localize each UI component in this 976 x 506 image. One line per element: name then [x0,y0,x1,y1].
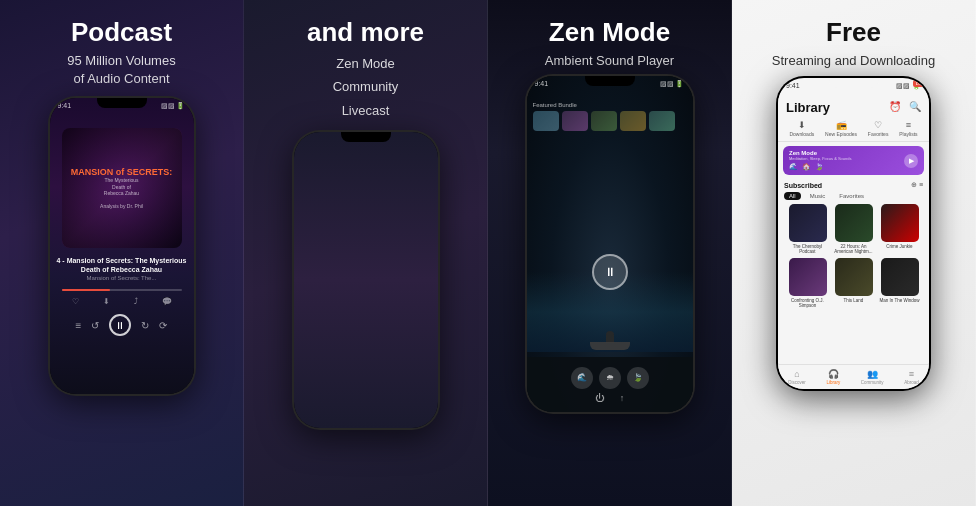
zen-banner-info: Zen Mode Meditation, Sleep, Focus & Soun… [789,150,851,171]
phone-notch-1 [97,98,147,108]
panel-podcast-subtitle: 95 Million Volumesof Audio Content [67,52,175,88]
nav-library-label: Library [826,380,840,385]
phone-notch-3 [585,76,635,86]
podcast-thumb-22hours [835,204,873,242]
status-icons-3: ▨▨ 🔋 [660,80,685,88]
filter-tabs: All Music Favorites [784,192,923,200]
pause-button-1[interactable]: ⏸ [109,314,131,336]
zen-arrow-icon: ↑ [620,393,625,403]
download-icon-lib: ⬇ [798,120,806,130]
nav-abroad-icon: ≡ [909,369,914,379]
phone-mockup-4: 9:41 ▨▨ 🔋 Library ⏰ 🔍 ⬇ Downloads 📻 New … [776,76,931,391]
album-art-1: MANSION of SECRETS: The MysteriousDeath … [62,128,182,248]
panel-more: and more Zen ModeCommunityLivecast [244,0,488,506]
zen-dot-2[interactable]: 🌧 [599,367,621,389]
zen-icon-2: 🏠 [802,163,811,171]
speed-icon: ⟳ [159,320,167,331]
zen-dots: 🌊 🌧 🍃 [571,367,649,389]
podcast-name-3: Crime Junkie [886,244,912,249]
podcast-name-2: 22 Hours: An American Nightm... [832,244,875,255]
nav-discover-label: Discover [788,380,806,385]
playback-controls-1: ≡ ↺ ⏸ ↻ ⟳ [76,314,168,336]
status-time-4: 9:41 [786,82,800,90]
podcast-item-1[interactable]: The Chernobyl Podcast [786,204,829,255]
tab-all[interactable]: All [784,192,801,200]
zen-thumb-row [533,111,687,131]
podcast-name-6: Man In The Window [880,298,920,303]
tab-music[interactable]: Music [805,192,831,200]
podcast-grid: The Chernobyl Podcast 22 Hours: An Ameri… [784,204,923,309]
zen-mode-banner[interactable]: Zen Mode Meditation, Sleep, Focus & Soun… [783,146,924,175]
zen-thumb-5 [649,111,675,131]
library-header: Library ⏰ 🔍 [778,90,929,116]
panel-free-subtitle: Streaming and Downloading [772,52,935,70]
zen-thumb-2 [562,111,588,131]
quick-downloads[interactable]: ⬇ Downloads [789,120,814,137]
nav-community[interactable]: 👥 Community [861,369,884,385]
download-label: Downloads [789,131,814,137]
zen-thumb-3 [591,111,617,131]
subscribed-icons: ⊕ ≡ [911,181,923,189]
zen-pause-button[interactable]: ⏸ [592,254,628,290]
download-icon: ⬇ [103,297,110,306]
tab-favorites[interactable]: Favorites [834,192,869,200]
quick-episodes[interactable]: 📻 New Episodes [825,120,857,137]
list-icon: ≡ [76,320,82,331]
status-icons-1: ▨▨ 🔋 [161,102,186,110]
status-time-1: 9:41 [58,102,72,110]
zen-featured-row: Featured Bundle [527,102,693,131]
bottom-nav: ⌂ Discover 🎧 Library 👥 Community ≡ Abroa… [778,364,929,389]
phone-notch-4 [829,78,879,88]
podcast-name-5: This Land [844,298,864,303]
nav-community-icon: 👥 [867,369,878,379]
zen-icon-3: 🍃 [815,163,824,171]
zen-power-icon: ⏻ [595,393,604,403]
episodes-icon: 📻 [836,120,847,130]
nav-discover[interactable]: ⌂ Discover [788,369,806,385]
playlists-label: Playlists [899,131,917,137]
zen-mode-sub: Meditation, Sleep, Focus & Sounds [789,156,851,161]
panel-more-subtitle: Zen ModeCommunityLivecast [333,52,399,122]
zen-dot-1[interactable]: 🌊 [571,367,593,389]
action-icons-1: ♡ ⬇ ⤴ 💬 [50,297,194,306]
quick-playlists[interactable]: ≡ Playlists [899,120,917,137]
panel-zen-title: Zen Mode [549,18,670,48]
zen-bottom-icons: ⏻ ↑ [595,393,625,403]
panel-zen: Zen Mode Ambient Sound Player 9:41 ▨▨ 🔋 … [488,0,732,506]
track-title-1: 4 - Mansion of Secrets: The Mysterious D… [56,256,188,274]
subscribed-header: Subscribed ⊕ ≡ [784,181,923,189]
track-artist-1: Mansion of Secrets: The... [56,275,188,281]
heart-icon: ♡ [72,297,79,306]
search-icon-lib[interactable]: 🔍 [909,101,921,112]
zen-dot-3[interactable]: 🍃 [627,367,649,389]
quick-favorites[interactable]: ♡ Favorites [868,120,889,137]
podcast-item-6[interactable]: Live Man In The Window [878,258,921,309]
nav-abroad[interactable]: ≡ Abroad [904,369,919,385]
zen-icon-1: 🌊 [789,163,798,171]
playlists-icon: ≡ [906,120,911,130]
library-quick-icons: ⬇ Downloads 📻 New Episodes ♡ Favorites ≡… [778,116,929,142]
rewind-icon: ↺ [91,320,99,331]
podcast-thumb-chernobyl [789,204,827,242]
favorites-label: Favorites [868,131,889,137]
podcast-item-4[interactable]: Confronting O.J. Simpson [786,258,829,309]
nav-library[interactable]: 🎧 Library [826,369,840,385]
podcast-item-2[interactable]: 22 Hours: An American Nightm... [832,204,875,255]
podcast-item-3[interactable]: Crime Junkie [878,204,921,255]
share-icon: ⤴ [134,297,138,306]
episodes-label: New Episodes [825,131,857,137]
zen-banner-icons: 🌊 🏠 🍃 [789,163,851,171]
album-subtitle: The MysteriousDeath ofRebecca ZahauAnaly… [96,177,147,210]
podcast-thumb-thisland [835,258,873,296]
phone-mockup-3: 9:41 ▨▨ 🔋 Featured Bundle [525,74,695,414]
panel-free-title: Free [826,18,881,48]
subscribed-section: Subscribed ⊕ ≡ All Music Favorites The C… [778,179,929,311]
podcast-name-1: The Chernobyl Podcast [786,244,829,255]
panel-podcast-title: Podcast [71,18,172,48]
zen-boat-body [590,342,630,350]
progress-bar-1 [62,289,182,291]
podcast-item-5[interactable]: This Land [832,258,875,309]
podcast-thumb-oj [789,258,827,296]
zen-play-button[interactable]: ▶ [904,154,918,168]
podcast-name-4: Confronting O.J. Simpson [786,298,829,309]
